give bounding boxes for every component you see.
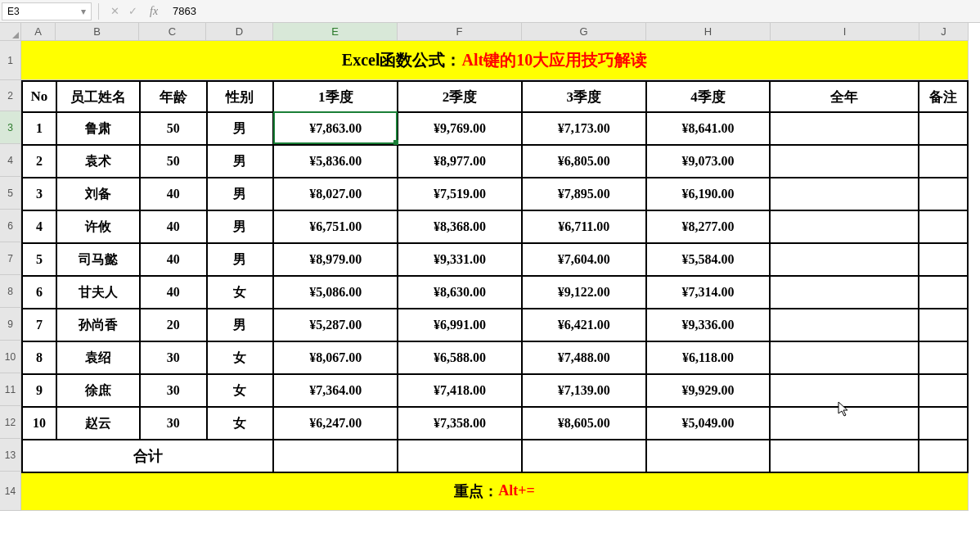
data-cell[interactable]: ¥6,805.00 [522, 145, 646, 178]
data-cell[interactable] [770, 276, 919, 309]
data-cell[interactable]: 30 [140, 407, 207, 440]
data-cell[interactable]: ¥6,588.00 [398, 341, 522, 374]
data-cell[interactable]: 40 [140, 210, 207, 243]
data-cell[interactable]: ¥7,139.00 [522, 374, 646, 407]
data-cell[interactable]: 男 [207, 112, 274, 145]
row-header-3[interactable]: 3 [0, 111, 21, 144]
header-cell[interactable]: 1季度 [273, 81, 398, 112]
data-cell[interactable] [919, 309, 968, 341]
total-q3[interactable] [522, 440, 646, 472]
data-cell[interactable]: 男 [207, 309, 274, 341]
data-cell[interactable]: ¥8,977.00 [398, 145, 522, 178]
col-header-A[interactable]: A [21, 23, 56, 41]
fx-icon[interactable]: fx [150, 5, 158, 18]
data-cell[interactable] [770, 407, 919, 440]
data-cell[interactable]: 女 [207, 341, 274, 374]
data-cell[interactable]: 女 [207, 407, 274, 440]
row-header-10[interactable]: 10 [0, 341, 21, 373]
data-cell[interactable]: ¥9,336.00 [646, 309, 771, 341]
data-cell[interactable] [919, 374, 968, 407]
data-cell[interactable]: ¥9,122.00 [522, 276, 646, 309]
header-cell[interactable]: 2季度 [398, 81, 522, 112]
col-header-E[interactable]: E [273, 23, 398, 41]
data-cell[interactable]: 司马懿 [56, 243, 140, 276]
data-cell[interactable]: ¥5,049.00 [646, 407, 771, 440]
data-cell[interactable] [919, 243, 968, 276]
data-cell[interactable]: ¥7,418.00 [398, 374, 522, 407]
row-header-1[interactable]: 1 [0, 41, 21, 80]
row-header-9[interactable]: 9 [0, 308, 21, 341]
data-cell[interactable] [770, 374, 919, 407]
header-cell[interactable]: 全年 [770, 81, 919, 112]
data-cell[interactable]: 40 [140, 276, 207, 309]
data-cell[interactable]: 20 [140, 309, 207, 341]
confirm-icon[interactable]: ✓ [124, 5, 142, 17]
col-header-J[interactable]: J [919, 23, 969, 41]
row-header-8[interactable]: 8 [0, 275, 21, 308]
data-cell[interactable]: ¥6,190.00 [646, 178, 771, 210]
data-cell[interactable]: ¥5,836.00 [273, 145, 398, 178]
data-cell[interactable]: 30 [140, 374, 207, 407]
data-cell[interactable]: 男 [207, 210, 274, 243]
data-cell[interactable]: 袁绍 [56, 341, 140, 374]
data-cell[interactable] [770, 112, 919, 145]
data-cell[interactable]: 袁术 [56, 145, 140, 178]
select-all-corner[interactable] [0, 23, 21, 41]
data-cell[interactable]: 孙尚香 [56, 309, 140, 341]
data-cell[interactable]: ¥8,605.00 [522, 407, 646, 440]
data-cell[interactable] [770, 341, 919, 374]
col-header-F[interactable]: F [398, 23, 522, 41]
header-cell[interactable]: 3季度 [522, 81, 646, 112]
data-cell[interactable]: ¥8,368.00 [398, 210, 522, 243]
name-box[interactable]: E3 ▾ [2, 2, 92, 20]
row-header-5[interactable]: 5 [0, 177, 21, 210]
data-cell[interactable] [919, 145, 968, 178]
data-cell[interactable]: ¥7,314.00 [646, 276, 771, 309]
row-header-11[interactable]: 11 [0, 373, 21, 406]
data-cell[interactable]: ¥8,641.00 [646, 112, 771, 145]
data-cell[interactable]: ¥7,364.00 [273, 374, 398, 407]
data-cell[interactable]: 刘备 [56, 178, 140, 210]
data-cell[interactable]: 赵云 [56, 407, 140, 440]
data-cell[interactable] [919, 112, 968, 145]
data-cell[interactable]: ¥8,979.00 [273, 243, 398, 276]
data-cell[interactable] [770, 210, 919, 243]
total-year[interactable] [770, 440, 919, 472]
header-cell[interactable]: 备注 [919, 81, 968, 112]
data-cell[interactable]: ¥7,895.00 [522, 178, 646, 210]
data-cell[interactable]: ¥6,247.00 [273, 407, 398, 440]
data-cell[interactable] [770, 243, 919, 276]
data-cell[interactable]: ¥9,073.00 [646, 145, 771, 178]
data-cell[interactable]: 50 [140, 145, 207, 178]
cancel-icon[interactable]: ✕ [106, 5, 124, 17]
total-label-cell[interactable]: 合计 [22, 440, 273, 472]
header-cell[interactable]: 员工姓名 [56, 81, 140, 112]
data-cell[interactable]: ¥7,863.00 [273, 112, 398, 145]
data-cell[interactable]: ¥8,067.00 [273, 341, 398, 374]
header-cell[interactable]: 4季度 [646, 81, 771, 112]
col-header-B[interactable]: B [56, 23, 139, 41]
total-q1[interactable] [273, 440, 398, 472]
row-header-13[interactable]: 13 [0, 439, 21, 472]
data-cell[interactable]: 女 [207, 276, 274, 309]
row-header-6[interactable]: 6 [0, 210, 21, 242]
row-header-4[interactable]: 4 [0, 144, 21, 177]
data-cell[interactable]: 40 [140, 178, 207, 210]
data-cell[interactable]: ¥6,751.00 [273, 210, 398, 243]
col-header-G[interactable]: G [522, 23, 646, 41]
header-cell[interactable]: 年龄 [140, 81, 207, 112]
total-note[interactable] [919, 440, 968, 472]
title-cell[interactable]: Excel函数公式：Alt键的10大应用技巧解读 [21, 41, 969, 80]
data-cell[interactable]: 30 [140, 341, 207, 374]
data-cell[interactable]: ¥7,519.00 [398, 178, 522, 210]
data-cell[interactable]: 男 [207, 243, 274, 276]
header-cell[interactable]: No [22, 81, 56, 112]
data-cell[interactable] [919, 341, 968, 374]
data-cell[interactable]: ¥6,991.00 [398, 309, 522, 341]
row-header-12[interactable]: 12 [0, 406, 21, 439]
data-cell[interactable]: 40 [140, 243, 207, 276]
col-header-C[interactable]: C [139, 23, 206, 41]
col-header-D[interactable]: D [206, 23, 273, 41]
formula-input[interactable] [166, 2, 980, 20]
data-cell[interactable]: ¥6,711.00 [522, 210, 646, 243]
